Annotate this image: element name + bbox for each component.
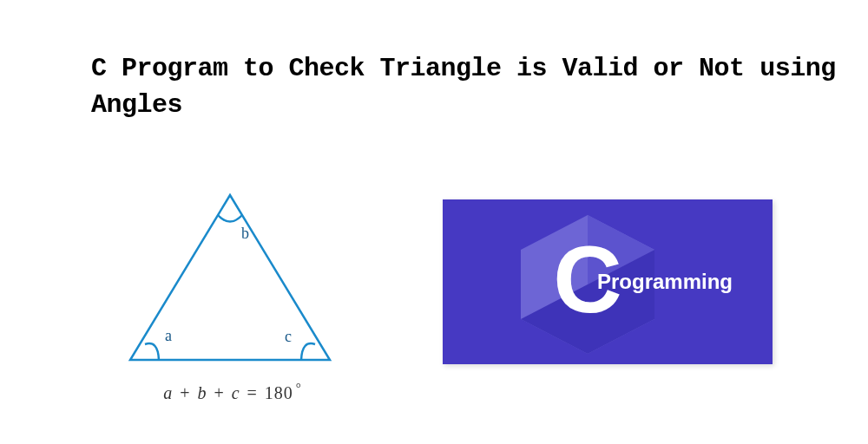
content-area: b a c a + b + c = 180° <box>0 173 868 444</box>
angle-label-c: c <box>285 328 292 345</box>
plus-sign: + <box>214 383 224 402</box>
plus-sign: + <box>180 383 190 402</box>
triangle-diagram: b a c <box>100 182 360 369</box>
angle-arc-a <box>145 343 159 360</box>
triangle-outline <box>130 195 330 360</box>
programming-label: Programming <box>597 270 733 294</box>
equation-var-a: a <box>163 383 173 402</box>
c-programming-banner: C Programming <box>443 199 773 364</box>
triangle-figure: b a c a + b + c = 180° <box>100 182 360 403</box>
angle-arc-c <box>301 343 315 360</box>
equation-var-c: c <box>232 383 240 402</box>
degree-symbol: ° <box>296 381 302 395</box>
c-programming-inner: C Programming <box>443 199 773 364</box>
angle-equation: a + b + c = 180° <box>105 381 360 403</box>
angle-arc-b <box>218 215 242 222</box>
equals-sign: = <box>247 383 258 402</box>
equation-value: 180 <box>265 383 293 402</box>
angle-label-b: b <box>241 225 249 242</box>
equation-var-b: b <box>197 383 207 402</box>
page-title: C Program to Check Triangle is Valid or … <box>91 50 868 123</box>
angle-label-a: a <box>165 327 172 344</box>
